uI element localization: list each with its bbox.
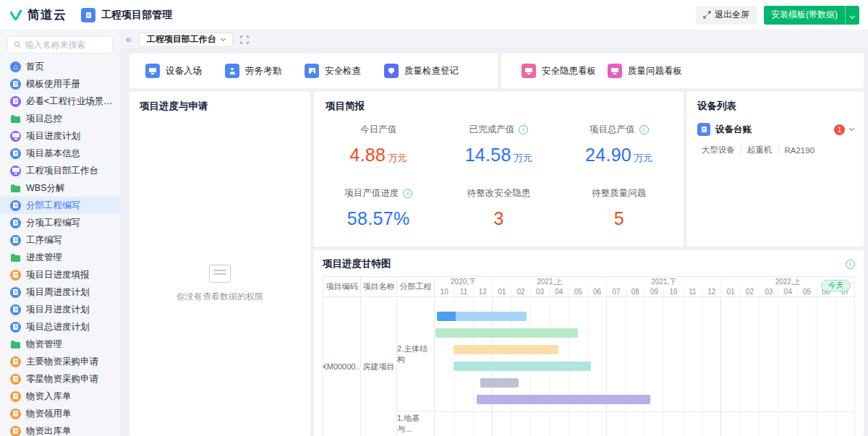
count-badge: 1 xyxy=(834,124,845,135)
sidebar-item[interactable]: 项目月进度计划 xyxy=(0,301,120,318)
panel-title: 设备列表 xyxy=(687,92,864,120)
gantt-month-label: 11 xyxy=(683,286,702,296)
sidebar-item[interactable]: 工序编写 xyxy=(0,231,120,249)
dashboard-link[interactable]: 质量问题看板 xyxy=(608,64,682,78)
panel-equipment: 设备列表 设备台账 1 大型设备起重机RA2190 xyxy=(687,92,864,247)
doc-icon xyxy=(10,79,21,90)
sidebar-item[interactable]: 项目周进度计划 xyxy=(0,283,120,301)
monitor-glyph xyxy=(12,133,20,140)
tab-active[interactable]: 工程项目部工作台 xyxy=(139,33,233,47)
quick-action[interactable]: 劳务考勤 xyxy=(225,64,281,78)
column-header: 项目名称 xyxy=(361,277,397,296)
equipment-detail-item: 大型设备 xyxy=(702,145,741,155)
section-label: 2.主体结构 xyxy=(397,297,434,411)
fullscreen-expand-icon[interactable] xyxy=(240,35,249,44)
install-template-button[interactable]: 安装模板(带数据) xyxy=(764,6,845,25)
app-title-group: 工程项目部管理 xyxy=(81,8,172,22)
sidebar-item-label: 工程项目部工作台 xyxy=(26,165,98,177)
sidebar-item[interactable]: 模板使用手册 xyxy=(0,75,120,93)
search-input[interactable] xyxy=(25,40,106,50)
gantt-section-cells: 2.主体结构 1.地基与... xyxy=(397,297,435,436)
gantt-bar[interactable] xyxy=(480,378,519,388)
sidebar-item[interactable]: 分部工程编写 xyxy=(0,197,120,214)
info-icon[interactable] xyxy=(403,189,412,198)
stat-label-text: 已完成产值 xyxy=(469,124,515,136)
gantt-month-label: 02 xyxy=(511,286,529,296)
monitor-glyph xyxy=(12,168,20,174)
doc-glyph xyxy=(13,150,18,156)
sidebar-item[interactable]: 项目总进度计划 xyxy=(0,318,120,335)
sidebar-group[interactable]: 项目总控 xyxy=(0,110,120,127)
collapse-sidebar-icon[interactable]: « xyxy=(126,34,132,44)
doc-icon xyxy=(10,148,21,159)
quick-action[interactable]: 设备入场 xyxy=(145,64,202,78)
doc-icon xyxy=(10,270,21,281)
sidebar-item[interactable]: 项目进度计划 xyxy=(0,127,120,145)
gantt-bar[interactable] xyxy=(435,328,577,338)
section-label: 1.地基与... xyxy=(397,411,434,436)
dashboard-link[interactable]: 安全隐患看板 xyxy=(522,64,596,78)
sidebar-group[interactable]: 物资管理 xyxy=(0,335,120,353)
today-button[interactable]: 今天 xyxy=(821,280,851,291)
doc-glyph xyxy=(13,393,18,399)
empty-state: 你没有查看数据的权限 xyxy=(129,132,310,436)
sidebar-group[interactable]: WBS分解 xyxy=(0,179,120,197)
gantt-month-label: 11 xyxy=(454,286,472,296)
exit-fullscreen-icon xyxy=(703,11,711,19)
gantt-gridline xyxy=(683,297,684,436)
quick-action[interactable]: 安全检查 xyxy=(305,64,361,78)
jiandaoyun-logo[interactable]: 简道云 xyxy=(9,7,67,23)
tab-label: 工程项目部工作台 xyxy=(147,33,216,46)
sidebar-item[interactable]: ⌂首页 xyxy=(0,58,120,75)
sidebar-item[interactable]: 零星物资采购申请 xyxy=(0,370,120,388)
main-area: « 工程项目部工作台 设备入场劳务考勤安全检查质量检查登记 安全隐患看板质量问题… xyxy=(120,30,868,436)
sidebar-item-label: 物资领用单 xyxy=(26,408,72,420)
stat-value: 58.57% xyxy=(318,208,438,229)
sidebar-search[interactable] xyxy=(7,36,113,54)
sidebar-item[interactable]: 项目基本信息 xyxy=(0,145,120,162)
doc-icon xyxy=(10,200,21,211)
quick-action[interactable]: 质量检查登记 xyxy=(384,64,459,78)
doc-glyph xyxy=(13,220,18,226)
sidebar-item[interactable]: 分项工程编写 xyxy=(0,214,120,231)
logo-icon xyxy=(9,8,23,22)
gantt-month-label: 10 xyxy=(435,286,454,296)
sidebar-item[interactable]: 主要物资采购申请 xyxy=(0,353,120,370)
sidebar-item[interactable]: 物资领用单 xyxy=(0,405,120,422)
column-header: 项目编码 xyxy=(323,277,361,296)
sidebar-item[interactable]: 工程项目部工作台 xyxy=(0,162,120,179)
shield-glyph xyxy=(388,68,394,74)
stat-unit: 万元 xyxy=(514,153,533,163)
doc-icon xyxy=(10,374,21,385)
equipment-detail-row[interactable]: 大型设备起重机RA2190 xyxy=(687,139,864,155)
sidebar-item-label: 项目总控 xyxy=(26,113,62,125)
equipment-group-row[interactable]: 设备台账 1 xyxy=(687,120,864,139)
gantt-left-body: XM00000... 房建项目 2.主体结构 1.地基与... xyxy=(323,297,435,436)
gantt-bar[interactable] xyxy=(437,312,527,321)
install-template-dropdown[interactable] xyxy=(845,6,859,25)
sidebar-item[interactable]: 物资出库单 xyxy=(0,422,120,436)
gantt-bar[interactable] xyxy=(454,345,558,354)
project-code-cell: XM00000... xyxy=(323,297,361,436)
folder-icon xyxy=(10,340,21,349)
doc-glyph xyxy=(13,98,18,104)
info-icon[interactable] xyxy=(519,125,528,134)
doc-glyph xyxy=(13,81,18,87)
sidebar-menu: ⌂首页模板使用手册必看<工程行业场景地图>项目总控项目进度计划项目基本信息工程项… xyxy=(0,56,120,436)
sidebar-item[interactable]: 物资入库单 xyxy=(0,388,120,405)
sidebar-group[interactable]: 进度管理 xyxy=(0,249,120,266)
info-icon[interactable] xyxy=(846,260,855,269)
topbar: 简道云 工程项目部管理 退出全屏 安装模板(带数据) xyxy=(0,0,868,30)
sidebar-item[interactable]: 必看<工程行业场景地图> xyxy=(0,93,120,110)
gantt-gridline xyxy=(663,297,664,436)
sidebar-item[interactable]: 项目日进度填报 xyxy=(0,266,120,283)
gantt-bar[interactable] xyxy=(477,395,650,404)
exit-fullscreen-button[interactable]: 退出全屏 xyxy=(696,6,757,25)
info-icon[interactable] xyxy=(639,125,649,134)
chevron-down-icon xyxy=(850,13,855,18)
gantt-bar[interactable] xyxy=(454,362,591,371)
gantt-period-label: 2021,下 xyxy=(606,277,720,286)
doc-icon xyxy=(10,235,21,246)
gantt-titlebar: 项目进度甘特图 xyxy=(314,250,864,276)
topbar-left: 简道云 工程项目部管理 xyxy=(9,7,172,23)
